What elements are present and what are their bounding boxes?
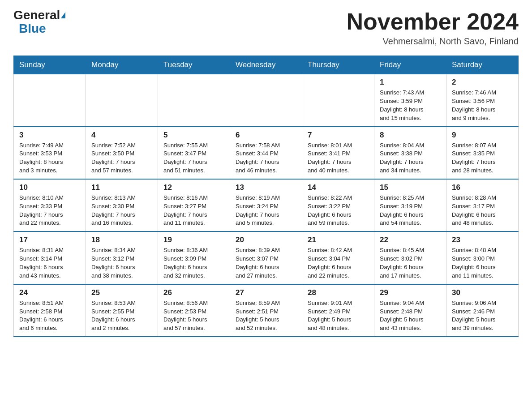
logo: General Blue [13, 9, 65, 35]
day-info: Sunrise: 8:56 AMSunset: 2:53 PMDaylight:… [163, 299, 224, 333]
week-row-4: 17Sunrise: 8:31 AMSunset: 3:14 PMDayligh… [14, 231, 519, 284]
day-info: Sunrise: 7:46 AMSunset: 3:56 PMDaylight:… [452, 89, 513, 122]
day-info: Sunrise: 8:19 AMSunset: 3:24 PMDaylight:… [236, 194, 296, 227]
day-info: Sunrise: 8:48 AMSunset: 3:00 PMDaylight:… [452, 246, 513, 280]
day-info: Sunrise: 8:59 AMSunset: 2:51 PMDaylight:… [236, 299, 296, 333]
day-number: 23 [452, 235, 513, 244]
day-info: Sunrise: 8:34 AMSunset: 3:12 PMDaylight:… [91, 246, 152, 280]
location-subtitle: Vehmersalmi, North Savo, Finland [347, 36, 519, 47]
day-number: 1 [380, 78, 441, 87]
calendar-cell [14, 74, 86, 127]
logo-blue-text: Blue [19, 22, 46, 35]
day-info: Sunrise: 8:01 AMSunset: 3:41 PMDaylight:… [308, 141, 369, 175]
day-info: Sunrise: 8:10 AMSunset: 3:33 PMDaylight:… [19, 194, 80, 227]
day-number: 10 [19, 183, 80, 192]
day-number: 25 [91, 288, 152, 297]
day-number: 17 [19, 235, 80, 244]
day-info: Sunrise: 9:01 AMSunset: 2:49 PMDaylight:… [308, 299, 369, 333]
calendar-cell: 16Sunrise: 8:28 AMSunset: 3:17 PMDayligh… [446, 179, 519, 231]
page-header: General Blue November 2024 Vehmersalmi, … [13, 9, 519, 47]
day-number: 28 [308, 288, 369, 297]
day-info: Sunrise: 7:55 AMSunset: 3:47 PMDaylight:… [163, 141, 224, 175]
calendar-cell [158, 74, 230, 127]
day-number: 13 [236, 183, 296, 192]
day-info: Sunrise: 8:25 AMSunset: 3:19 PMDaylight:… [380, 194, 441, 227]
day-number: 26 [163, 288, 224, 297]
day-number: 19 [163, 235, 224, 244]
calendar-cell: 14Sunrise: 8:22 AMSunset: 3:22 PMDayligh… [302, 179, 374, 231]
day-info: Sunrise: 8:45 AMSunset: 3:02 PMDaylight:… [380, 246, 441, 280]
calendar-cell: 12Sunrise: 8:16 AMSunset: 3:27 PMDayligh… [158, 179, 230, 231]
month-title: November 2024 [347, 9, 519, 34]
day-number: 2 [452, 78, 513, 87]
day-header-row: SundayMondayTuesdayWednesdayThursdayFrid… [14, 56, 519, 74]
calendar-cell: 18Sunrise: 8:34 AMSunset: 3:12 PMDayligh… [86, 231, 158, 284]
calendar-cell: 11Sunrise: 8:13 AMSunset: 3:30 PMDayligh… [86, 179, 158, 231]
calendar-cell: 4Sunrise: 7:52 AMSunset: 3:50 PMDaylight… [86, 127, 158, 179]
calendar-cell: 19Sunrise: 8:36 AMSunset: 3:09 PMDayligh… [158, 231, 230, 284]
calendar-cell: 10Sunrise: 8:10 AMSunset: 3:33 PMDayligh… [14, 179, 86, 231]
day-number: 9 [452, 131, 513, 140]
day-info: Sunrise: 8:07 AMSunset: 3:35 PMDaylight:… [452, 141, 513, 175]
calendar-cell: 15Sunrise: 8:25 AMSunset: 3:19 PMDayligh… [374, 179, 446, 231]
day-number: 5 [163, 131, 224, 140]
day-info: Sunrise: 8:04 AMSunset: 3:38 PMDaylight:… [380, 141, 441, 175]
day-number: 20 [236, 235, 296, 244]
day-number: 30 [452, 288, 513, 297]
day-info: Sunrise: 8:28 AMSunset: 3:17 PMDaylight:… [452, 194, 513, 227]
calendar-cell [86, 74, 158, 127]
calendar-body: 1Sunrise: 7:43 AMSunset: 3:59 PMDaylight… [14, 74, 519, 337]
title-block: November 2024 Vehmersalmi, North Savo, F… [347, 9, 519, 47]
calendar-cell: 29Sunrise: 9:04 AMSunset: 2:48 PMDayligh… [374, 284, 446, 337]
day-info: Sunrise: 7:58 AMSunset: 3:44 PMDaylight:… [236, 141, 296, 175]
calendar-cell: 25Sunrise: 8:53 AMSunset: 2:55 PMDayligh… [86, 284, 158, 337]
col-header-wednesday: Wednesday [230, 56, 302, 74]
calendar-cell: 24Sunrise: 8:51 AMSunset: 2:58 PMDayligh… [14, 284, 86, 337]
calendar-cell: 22Sunrise: 8:45 AMSunset: 3:02 PMDayligh… [374, 231, 446, 284]
day-info: Sunrise: 8:13 AMSunset: 3:30 PMDaylight:… [91, 194, 152, 227]
calendar-cell: 1Sunrise: 7:43 AMSunset: 3:59 PMDaylight… [374, 74, 446, 127]
calendar-cell: 26Sunrise: 8:56 AMSunset: 2:53 PMDayligh… [158, 284, 230, 337]
calendar-cell: 2Sunrise: 7:46 AMSunset: 3:56 PMDaylight… [446, 74, 519, 127]
day-number: 16 [452, 183, 513, 192]
calendar-cell: 7Sunrise: 8:01 AMSunset: 3:41 PMDaylight… [302, 127, 374, 179]
day-number: 18 [91, 235, 152, 244]
calendar-cell: 27Sunrise: 8:59 AMSunset: 2:51 PMDayligh… [230, 284, 302, 337]
calendar-cell [230, 74, 302, 127]
day-number: 21 [308, 235, 369, 244]
day-info: Sunrise: 8:22 AMSunset: 3:22 PMDaylight:… [308, 194, 369, 227]
calendar-cell: 17Sunrise: 8:31 AMSunset: 3:14 PMDayligh… [14, 231, 86, 284]
day-number: 3 [19, 131, 80, 140]
day-info: Sunrise: 7:52 AMSunset: 3:50 PMDaylight:… [91, 141, 152, 175]
day-info: Sunrise: 8:51 AMSunset: 2:58 PMDaylight:… [19, 299, 80, 333]
day-info: Sunrise: 7:43 AMSunset: 3:59 PMDaylight:… [380, 89, 441, 122]
calendar-header: SundayMondayTuesdayWednesdayThursdayFrid… [14, 56, 519, 74]
week-row-2: 3Sunrise: 7:49 AMSunset: 3:53 PMDaylight… [14, 127, 519, 179]
col-header-tuesday: Tuesday [158, 56, 230, 74]
day-number: 6 [236, 131, 296, 140]
calendar-cell: 3Sunrise: 7:49 AMSunset: 3:53 PMDaylight… [14, 127, 86, 179]
day-info: Sunrise: 7:49 AMSunset: 3:53 PMDaylight:… [19, 141, 80, 175]
day-number: 24 [19, 288, 80, 297]
calendar-table: SundayMondayTuesdayWednesdayThursdayFrid… [13, 56, 519, 337]
logo-triangle-icon [61, 12, 65, 18]
calendar-cell: 23Sunrise: 8:48 AMSunset: 3:00 PMDayligh… [446, 231, 519, 284]
calendar-cell: 30Sunrise: 9:06 AMSunset: 2:46 PMDayligh… [446, 284, 519, 337]
day-number: 8 [380, 131, 441, 140]
week-row-5: 24Sunrise: 8:51 AMSunset: 2:58 PMDayligh… [14, 284, 519, 337]
day-number: 4 [91, 131, 152, 140]
calendar-cell: 9Sunrise: 8:07 AMSunset: 3:35 PMDaylight… [446, 127, 519, 179]
day-info: Sunrise: 8:16 AMSunset: 3:27 PMDaylight:… [163, 194, 224, 227]
calendar-cell: 8Sunrise: 8:04 AMSunset: 3:38 PMDaylight… [374, 127, 446, 179]
day-info: Sunrise: 8:36 AMSunset: 3:09 PMDaylight:… [163, 246, 224, 280]
col-header-monday: Monday [86, 56, 158, 74]
col-header-sunday: Sunday [14, 56, 86, 74]
col-header-thursday: Thursday [302, 56, 374, 74]
calendar-cell [302, 74, 374, 127]
day-info: Sunrise: 8:53 AMSunset: 2:55 PMDaylight:… [91, 299, 152, 333]
day-number: 7 [308, 131, 369, 140]
logo-general-text: General [13, 9, 60, 21]
day-number: 12 [163, 183, 224, 192]
calendar-cell: 6Sunrise: 7:58 AMSunset: 3:44 PMDaylight… [230, 127, 302, 179]
day-number: 27 [236, 288, 296, 297]
